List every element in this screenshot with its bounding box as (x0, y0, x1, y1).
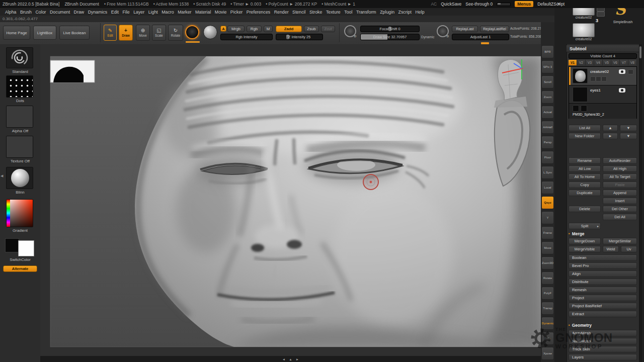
menu-stroke[interactable]: Stroke (309, 10, 322, 15)
layers-section[interactable]: Layers (569, 354, 637, 360)
split-button[interactable]: Split ▸ (569, 223, 601, 229)
menu-tool[interactable]: Tool (344, 10, 352, 15)
actual-button[interactable]: Actual (541, 106, 554, 119)
distribute-section[interactable]: Distribute (569, 279, 637, 285)
quicksave-button[interactable]: QuickSave (441, 2, 461, 7)
menu-layer[interactable]: Layer (133, 10, 144, 15)
menu-movie[interactable]: Movie (215, 10, 226, 15)
transparency-button[interactable]: Transp (541, 302, 554, 315)
weld-button[interactable]: Weld (603, 246, 619, 252)
dynamic-label[interactable]: Dynamic (421, 35, 434, 39)
edit-button[interactable]: ✎ Edit (104, 25, 117, 41)
bpr-button[interactable]: BPR (541, 45, 554, 58)
subtool-folder-icon[interactable] (601, 76, 607, 81)
focal-shift-icon[interactable]: D (344, 25, 356, 37)
visibility-eye-icon[interactable] (619, 69, 625, 74)
all-high-button[interactable]: All High (603, 165, 637, 172)
menu-dynamics[interactable]: Dynamics (88, 10, 108, 15)
solo-button[interactable]: Solo (541, 332, 554, 345)
all-low-button[interactable]: All Low (569, 165, 601, 172)
align-section[interactable]: Align (569, 270, 637, 277)
rgb-button[interactable]: Rgb (247, 26, 262, 32)
subtool-options-icon[interactable] (628, 69, 633, 74)
menu-picker[interactable]: Picker (230, 10, 243, 15)
collapse-arrow-icon[interactable]: ◀ (1, 174, 3, 178)
close-icon[interactable]: ✕ (557, 2, 561, 7)
qxyz-button[interactable]: Qxyz (541, 196, 554, 209)
vtab-1[interactable]: V1 (569, 60, 577, 65)
subtool-row-selected[interactable]: creature02 (569, 67, 636, 85)
menu-draw[interactable]: Draw (74, 10, 85, 15)
paste-button[interactable]: Paste (603, 182, 637, 188)
panel-scrollbar-thumb[interactable] (639, 46, 641, 58)
menu-alpha[interactable]: Alpha (5, 10, 17, 15)
focal-shift-slider[interactable]: Focal Shift 0 (360, 26, 420, 32)
copy-button[interactable]: Copy (569, 182, 601, 188)
autoreorder-button[interactable]: AutoReorder (603, 157, 637, 164)
alpha-slot[interactable] (6, 106, 33, 128)
subtool-thumbnail[interactable] (573, 105, 579, 112)
menu-render[interactable]: Render (274, 10, 289, 15)
local-button[interactable]: Local (541, 181, 554, 194)
frame-button[interactable]: Frame (541, 226, 554, 239)
persp-button[interactable]: Persp (541, 136, 554, 149)
menu-texture[interactable]: Texture (326, 10, 341, 15)
vtab-4[interactable]: V4 (594, 60, 603, 65)
subtool-thumbnail[interactable] (573, 87, 588, 102)
menu-stencil[interactable]: Stencil (292, 10, 305, 15)
merge-down-button[interactable]: MergeDown (569, 238, 601, 244)
folder-move-out-icon[interactable]: ▼ (620, 133, 637, 139)
vtab-3[interactable]: V3 (586, 60, 594, 65)
subtool-paint-icon[interactable] (590, 76, 596, 81)
replay-last-rel-button[interactable]: ReplayLastRel (480, 26, 509, 32)
thick-skin-section[interactable]: Thick Skin (569, 346, 637, 352)
previous-tool-thumbnail[interactable] (573, 23, 595, 37)
new-folder-button[interactable]: New Folder (569, 133, 601, 139)
menu-brush[interactable]: Brush (20, 10, 32, 15)
zoom-doc-button[interactable]: Zoom (541, 90, 554, 104)
menu-light[interactable]: Light (148, 10, 158, 15)
scroll-right-icon[interactable]: ► (296, 357, 299, 361)
adjust-last-slider[interactable]: AdjustLast 1 (452, 34, 509, 40)
subtool-sculpt-icon[interactable] (596, 76, 601, 81)
zcut-button[interactable]: Zcut (321, 26, 335, 32)
bevel-pro-section[interactable]: Bevel Pro (569, 262, 637, 269)
subtool-row[interactable]: eyes1 (569, 85, 636, 104)
menu-transform[interactable]: Transform (356, 10, 376, 15)
visible-count-slider[interactable]: Visible Count 4 (569, 53, 637, 59)
material-sphere-icon[interactable] (203, 25, 217, 39)
zadd-button[interactable]: Zadd (276, 26, 302, 32)
auto-badge[interactable]: A (220, 26, 226, 32)
hue-strip[interactable] (7, 200, 10, 227)
xpose-button[interactable]: Xpose (541, 347, 554, 360)
menu-marker[interactable]: Marker (178, 10, 191, 15)
duplicate-button[interactable]: Duplicate (569, 190, 601, 196)
vtab-5[interactable]: V5 (603, 60, 611, 65)
m-button[interactable]: M (264, 26, 273, 32)
canvas-scroll-bar[interactable]: ◄ ▲ ► (40, 356, 541, 362)
lightbox-button[interactable]: LightBox (33, 26, 56, 40)
merge-similar-button[interactable]: MergeSimilar (603, 238, 637, 244)
append-button[interactable]: Append (603, 190, 637, 196)
z-intensity-slider[interactable]: Z Intensity 25 (276, 34, 323, 40)
see-through-slider[interactable] (497, 3, 511, 6)
zoom-3d-button[interactable]: Zoom3D (541, 256, 554, 269)
subtool-down-button[interactable]: ▼ (620, 125, 637, 131)
insert-button[interactable]: Insert (603, 198, 637, 204)
mrgb-button[interactable]: Mrgb (227, 26, 245, 32)
current-stroke-thumbnail[interactable] (6, 75, 33, 98)
visibility-eye-icon[interactable] (619, 88, 625, 93)
aahalf-button[interactable]: AAHalf (541, 121, 554, 134)
menu-preferences[interactable]: Preferences (247, 10, 270, 15)
scroll-left-icon[interactable]: ◄ (282, 357, 285, 361)
menu-color[interactable]: Color (35, 10, 46, 15)
subtool-thumbnail[interactable] (581, 105, 587, 112)
home-page-button[interactable]: Home Page (3, 26, 30, 40)
move-3d-button[interactable]: Move (541, 241, 554, 254)
project-section[interactable]: Project (569, 295, 637, 301)
move-button[interactable]: ⊕ Move (136, 25, 150, 41)
scroll-up-icon[interactable]: ▲ (289, 357, 292, 361)
arraymesh-section[interactable]: ArrayMesh (569, 330, 637, 336)
vtab-7[interactable]: V7 (620, 60, 628, 65)
del-other-button[interactable]: Del Other (603, 206, 637, 212)
